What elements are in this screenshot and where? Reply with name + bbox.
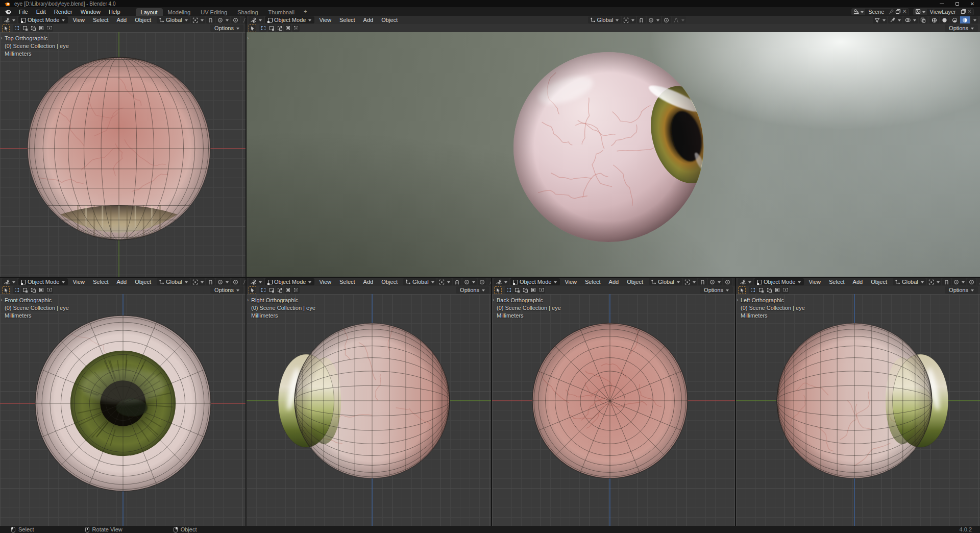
select-mode-extend-button[interactable] <box>267 25 275 32</box>
snap-settings-dropdown[interactable] <box>647 16 661 23</box>
select-mode-set-button[interactable] <box>259 25 267 32</box>
tab-uv-editing[interactable]: UV Editing <box>195 8 232 16</box>
viewlayer-name[interactable]: ViewLayer <box>927 9 959 15</box>
viewport-3d-canvas[interactable]: › Back Orthographic (0) Scene Collection… <box>492 294 735 526</box>
select-mode-subtract-button[interactable] <box>29 286 37 294</box>
pivot-point-dropdown[interactable] <box>191 16 205 23</box>
select-mode-invert-button[interactable] <box>773 286 781 294</box>
select-mode-set-button[interactable] <box>13 286 20 294</box>
close-button[interactable]: ✕ <box>965 0 980 7</box>
remove-viewlayer-icon[interactable]: ✕ <box>967 8 972 15</box>
snap-settings-dropdown[interactable] <box>708 278 722 285</box>
menu-object[interactable]: Object <box>378 279 401 285</box>
proportional-falloff-dropdown[interactable] <box>977 278 980 285</box>
viewlayer-browse-button[interactable] <box>914 9 927 15</box>
select-mode-subtract-button[interactable] <box>29 25 37 32</box>
snap-toggle-button[interactable] <box>637 16 646 23</box>
menu-add[interactable]: Add <box>849 279 867 285</box>
options-dropdown[interactable]: Options <box>945 286 978 294</box>
options-dropdown[interactable]: Options <box>945 25 978 32</box>
pin-icon[interactable] <box>889 9 894 14</box>
menu-object[interactable]: Object <box>131 279 155 285</box>
snap-toggle-button[interactable] <box>206 16 215 23</box>
options-dropdown[interactable]: Options <box>456 286 489 294</box>
select-mode-intersect-button[interactable] <box>292 25 300 32</box>
select-mode-subtract-button[interactable] <box>276 286 283 294</box>
select-mode-subtract-button[interactable] <box>521 286 529 294</box>
menu-add[interactable]: Add <box>605 279 623 285</box>
proportional-editing-toggle[interactable] <box>662 16 671 23</box>
add-workspace-button[interactable]: + <box>300 8 311 16</box>
select-mode-set-button[interactable] <box>749 286 756 294</box>
editor-type-button[interactable] <box>249 16 264 23</box>
toolbar-expand-icon[interactable]: › <box>737 297 738 303</box>
menu-window[interactable]: Window <box>77 9 105 15</box>
menu-view[interactable]: View <box>561 279 580 285</box>
select-mode-set-button[interactable] <box>13 25 20 32</box>
shading-wireframe-button[interactable] <box>929 16 939 23</box>
proportional-falloff-dropdown[interactable] <box>487 278 491 285</box>
menu-select[interactable]: Select <box>336 17 359 23</box>
select-mode-extend-button[interactable] <box>21 25 29 32</box>
proportional-falloff-dropdown[interactable] <box>241 16 246 23</box>
shading-rendered-button[interactable] <box>960 16 970 23</box>
pivot-point-dropdown[interactable] <box>683 278 697 285</box>
menu-add[interactable]: Add <box>113 17 131 23</box>
editor-type-button[interactable] <box>738 278 753 285</box>
minimize-button[interactable] <box>934 0 949 7</box>
select-mode-extend-button[interactable] <box>21 286 29 294</box>
object-mode-dropdown[interactable]: Object Mode <box>754 278 804 285</box>
viewport-3d-canvas[interactable]: › Right Orthographic (0) Scene Collectio… <box>247 294 491 526</box>
proportional-falloff-dropdown[interactable] <box>241 278 246 285</box>
menu-add[interactable]: Add <box>360 279 377 285</box>
select-mode-intersect-button[interactable] <box>45 25 53 32</box>
snap-toggle-button[interactable] <box>206 278 215 285</box>
menu-select[interactable]: Select <box>581 279 604 285</box>
menu-object[interactable]: Object <box>131 17 155 23</box>
select-mode-set-button[interactable] <box>259 286 267 294</box>
toolbar-expand-icon[interactable]: › <box>493 297 494 303</box>
editor-type-button[interactable] <box>2 278 17 285</box>
transform-orientation-dropdown[interactable]: Global <box>649 278 682 285</box>
select-mode-invert-button[interactable] <box>284 286 291 294</box>
transform-orientation-dropdown[interactable]: Global <box>157 278 190 285</box>
xray-toggle-button[interactable] <box>919 16 927 23</box>
select-mode-intersect-button[interactable] <box>292 286 300 294</box>
menu-select[interactable]: Select <box>89 17 112 23</box>
pivot-point-dropdown[interactable] <box>437 278 452 285</box>
transform-orientation-dropdown[interactable]: Global <box>588 16 621 23</box>
tweak-tool-button[interactable] <box>249 286 256 294</box>
shading-settings-dropdown[interactable] <box>971 16 978 23</box>
editor-type-button[interactable] <box>494 278 509 285</box>
snap-toggle-button[interactable] <box>942 278 951 285</box>
menu-object[interactable]: Object <box>378 17 401 23</box>
visibility-filter-dropdown[interactable] <box>873 16 887 23</box>
menu-add[interactable]: Add <box>113 279 131 285</box>
tab-thumbnail[interactable]: Thumbnail <box>263 8 300 16</box>
snap-settings-dropdown[interactable] <box>462 278 477 285</box>
proportional-editing-toggle[interactable] <box>967 278 976 285</box>
editor-type-button[interactable] <box>2 16 17 23</box>
menu-view[interactable]: View <box>315 279 335 285</box>
menu-file[interactable]: File <box>15 9 32 15</box>
menu-add[interactable]: Add <box>360 17 377 23</box>
select-mode-subtract-button[interactable] <box>276 25 283 32</box>
overlays-dropdown[interactable] <box>903 16 918 23</box>
editor-type-button[interactable] <box>249 278 264 285</box>
gizmo-dropdown[interactable] <box>888 16 902 23</box>
menu-help[interactable]: Help <box>105 9 125 15</box>
scene-browse-button[interactable] <box>852 9 865 15</box>
proportional-falloff-dropdown[interactable] <box>733 278 735 285</box>
tab-layout[interactable]: Layout <box>136 8 163 16</box>
snap-settings-dropdown[interactable] <box>216 278 230 285</box>
toolbar-expand-icon[interactable]: › <box>1 35 2 41</box>
pivot-point-dropdown[interactable] <box>191 278 205 285</box>
snap-toggle-button[interactable] <box>453 278 461 285</box>
menu-render[interactable]: Render <box>50 9 77 15</box>
select-mode-intersect-button[interactable] <box>537 286 545 294</box>
viewport-3d-canvas[interactable]: › <box>247 32 980 277</box>
snap-settings-dropdown[interactable] <box>952 278 966 285</box>
maximize-button[interactable] <box>949 0 965 7</box>
new-viewlayer-icon[interactable] <box>961 9 966 14</box>
tab-modeling[interactable]: Modeling <box>163 8 196 16</box>
